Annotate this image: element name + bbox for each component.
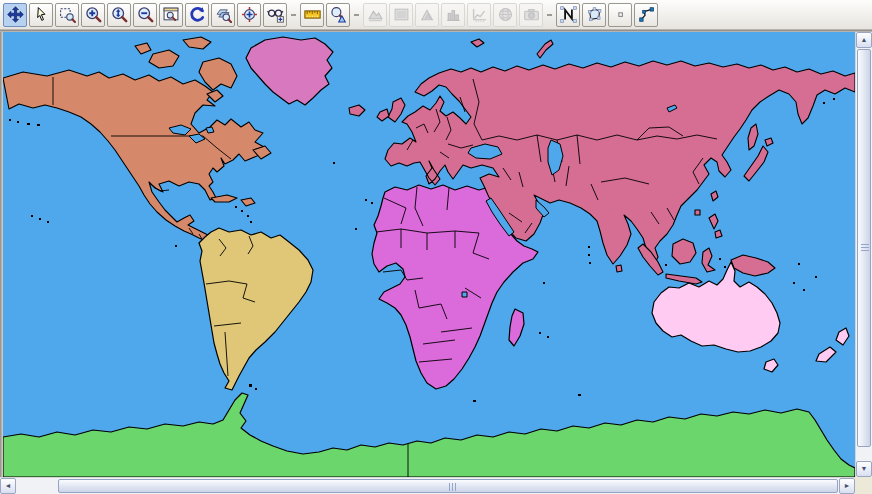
- toolbar-separator: [289, 3, 298, 27]
- preview-window-button[interactable]: [159, 3, 183, 27]
- line-chart-icon: [471, 6, 488, 23]
- toolbar: [0, 0, 872, 30]
- zoom-rectangle-button[interactable]: [55, 3, 79, 27]
- polyline-icon: [638, 6, 655, 23]
- north-arrow-button[interactable]: [556, 3, 580, 27]
- scroll-left-button[interactable]: ◄: [0, 478, 16, 494]
- zoom-selected-layer-button[interactable]: [211, 3, 235, 27]
- scroll-up-button[interactable]: ▲: [856, 32, 872, 48]
- north-arrow-icon: [560, 6, 577, 23]
- bar-chart-icon: [445, 6, 462, 23]
- vertical-scrollbar[interactable]: ▲ ▼: [855, 32, 872, 477]
- scroll-down-button[interactable]: ▼: [856, 461, 872, 477]
- query-magnifier-icon: [330, 6, 347, 23]
- toolbar-separator: [545, 3, 554, 27]
- zoom-in-button[interactable]: [81, 3, 105, 27]
- image-overlay-button: [389, 3, 413, 27]
- zoom-out-button[interactable]: [133, 3, 157, 27]
- draw-polygon-button[interactable]: [582, 3, 606, 27]
- polygon-icon: [586, 6, 603, 23]
- ruler-icon: [304, 6, 321, 23]
- zoom-coordinates-icon: [241, 6, 258, 23]
- thumb-grip: [449, 483, 457, 491]
- shaded-relief-icon: [367, 6, 384, 23]
- pan-icon: [7, 6, 24, 23]
- measure-button[interactable]: [300, 3, 324, 27]
- shaded-relief-button: [363, 3, 387, 27]
- profile-chart-button: [467, 3, 491, 27]
- vertical-scrollbar-thumb[interactable]: [857, 49, 871, 447]
- snapshot-button: [519, 3, 543, 27]
- thumb-grip: [861, 244, 869, 252]
- refresh-button[interactable]: [185, 3, 209, 27]
- select-button[interactable]: [29, 3, 53, 27]
- scroll-right-button[interactable]: ►: [839, 478, 855, 494]
- refresh-icon: [189, 6, 206, 23]
- world-map[interactable]: [3, 32, 855, 477]
- zoom-full-extent-icon: [111, 6, 128, 23]
- image-icon: [393, 6, 410, 23]
- histogram-chart-button: [441, 3, 465, 27]
- point-icon: [612, 6, 629, 23]
- pan-button[interactable]: [3, 3, 27, 27]
- horizontal-scrollbar-thumb[interactable]: [58, 479, 838, 493]
- spatial-query-button[interactable]: [326, 3, 350, 27]
- scrollbar-corner: [855, 477, 872, 494]
- draw-polyline-button[interactable]: [634, 3, 658, 27]
- zoom-rectangle-icon: [59, 6, 76, 23]
- horizontal-scrollbar[interactable]: ◄ ►: [0, 477, 855, 494]
- zoom-selected-layer-icon: [215, 6, 232, 23]
- eyeglasses-icon: [267, 6, 284, 23]
- globe-icon: [497, 6, 514, 23]
- toolbar-separator: [352, 3, 361, 27]
- globe-view-button: [493, 3, 517, 27]
- draw-point-button[interactable]: [608, 3, 632, 27]
- terrain-view-button: [415, 3, 439, 27]
- zoom-full-extent-button[interactable]: [107, 3, 131, 27]
- preview-window-icon: [163, 6, 180, 23]
- map-viewport[interactable]: [3, 32, 855, 477]
- mountain-icon: [419, 6, 436, 23]
- zoom-in-icon: [85, 6, 102, 23]
- cursor-icon: [33, 6, 50, 23]
- identify-button[interactable]: [263, 3, 287, 27]
- zoom-coordinates-button[interactable]: [237, 3, 261, 27]
- camera-icon: [523, 6, 540, 23]
- zoom-out-icon: [137, 6, 154, 23]
